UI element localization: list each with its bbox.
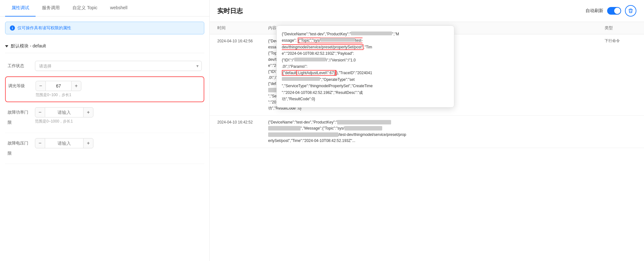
fault-voltage-decrement[interactable]: −: [35, 138, 45, 148]
fault-voltage-label: 故障电压门限: [8, 138, 30, 159]
light-adjust-decrement[interactable]: −: [36, 81, 46, 91]
tab-bar: 属性调试 服务调用 自定义 Topic webshell: [0, 0, 209, 17]
light-adjust-label: 调光等级: [8, 81, 31, 91]
auto-refresh-toggle[interactable]: [607, 7, 621, 15]
property-row-fault-voltage: 故障电压门限 − +: [5, 133, 204, 164]
row2-content: {"DeviceName":"test-dev","ProductKey":"█…: [268, 119, 605, 144]
fault-power-label: 故障功率门限: [8, 107, 30, 128]
fault-power-hint: 范围是0~1000，步长1: [35, 119, 202, 124]
tab-webshell[interactable]: webshell: [104, 0, 134, 17]
collapse-icon[interactable]: [5, 45, 8, 47]
fault-voltage-increment[interactable]: +: [83, 138, 93, 148]
info-banner: i 仅可操作具有读写权限的属性: [5, 22, 204, 34]
row2-time: 2024-04-10 16:42:52: [217, 119, 268, 125]
fault-voltage-input[interactable]: [45, 138, 83, 148]
row1-time: 2024-04-10 16:42:56: [217, 38, 268, 44]
work-status-select-wrapper: 请选择 ▾: [35, 61, 202, 71]
module-title: 默认模块 - default: [11, 43, 46, 49]
light-adjust-input[interactable]: [46, 81, 71, 91]
popup-content: {"DeviceName":"test-dev","ProductKey":""…: [282, 31, 449, 102]
fault-power-input[interactable]: [45, 107, 83, 117]
fault-power-decrement[interactable]: −: [35, 107, 45, 117]
toggle-knob: [614, 8, 620, 14]
col-time: 时间: [217, 25, 268, 31]
module-header: 默认模块 - default: [5, 39, 204, 53]
light-adjust-control: − + 范围是0~100，步长1: [36, 81, 201, 98]
auto-refresh-control: 自动刷新: [586, 5, 636, 17]
light-adjust-increment[interactable]: +: [71, 81, 81, 91]
delete-button[interactable]: [625, 5, 636, 17]
info-icon: i: [10, 25, 15, 31]
right-title: 实时日志: [217, 7, 243, 15]
auto-refresh-label: 自动刷新: [586, 8, 603, 14]
work-status-select[interactable]: 请选择: [35, 61, 202, 71]
fault-power-control: − + 范围是0~1000，步长1: [35, 107, 202, 124]
log-popup: {"DeviceName":"test-dev","ProductKey":""…: [276, 25, 454, 108]
fault-voltage-stepper: − +: [35, 138, 202, 148]
fault-power-increment[interactable]: +: [83, 107, 93, 117]
table-row[interactable]: 2024-04-10 16:42:52 {"DeviceName":"test-…: [210, 116, 644, 148]
light-adjust-hint: 范围是0~100，步长1: [36, 92, 201, 98]
fault-power-stepper: − +: [35, 107, 202, 117]
row1-type: 下行命令: [605, 38, 636, 44]
info-banner-text: 仅可操作具有读写权限的属性: [17, 25, 71, 31]
tab-custom-topic[interactable]: 自定义 Topic: [66, 0, 104, 17]
property-row-light-adjust: 调光等级 − + 范围是0~100，步长1: [5, 76, 204, 102]
right-header: 实时日志 自动刷新: [210, 0, 644, 22]
tab-service[interactable]: 服务调用: [36, 0, 66, 17]
tab-property[interactable]: 属性调试: [5, 0, 36, 17]
property-row-fault-power: 故障功率门限 − + 范围是0~1000，步长1: [5, 102, 204, 133]
light-adjust-stepper: − +: [36, 81, 201, 91]
trash-icon: [628, 8, 633, 13]
col-type: 类型: [605, 25, 636, 31]
property-row-work-status: 工作状态 请选择 ▾: [5, 56, 204, 76]
work-status-label: 工作状态: [8, 61, 30, 71]
fault-voltage-control: − +: [35, 138, 202, 148]
